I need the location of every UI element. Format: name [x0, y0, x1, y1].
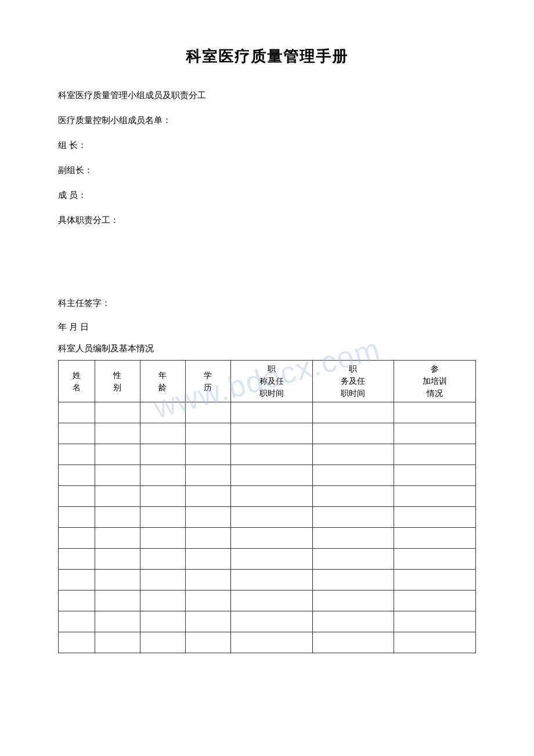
table-row [59, 465, 476, 486]
col-header-duty-time: 职务及任职时间 [312, 361, 394, 402]
signature-section: 科主任签字： 年 月 日 科室人员编制及基本情况 [58, 296, 476, 354]
table-row [59, 549, 476, 570]
table-row [59, 507, 476, 528]
table-row [59, 528, 476, 549]
date-label: 年 月 日 [58, 319, 476, 335]
col-header-title-time: 职称及任职时间 [230, 361, 312, 402]
col-header-education: 学历 [185, 361, 230, 402]
page-title: 科室医疗质量管理手册 [58, 46, 476, 67]
staff-table: 姓名 性别 年龄 学历 职称及任职时间 职务及任职时间 参加培训情况 [58, 360, 476, 653]
col-header-name: 姓名 [59, 361, 95, 402]
col-header-gender: 性别 [95, 361, 140, 402]
table-row [59, 423, 476, 444]
table-row [59, 402, 476, 423]
table-row [59, 632, 476, 653]
line-5: 成 员： [58, 188, 476, 203]
line-3: 组 长： [58, 138, 476, 153]
line-4: 副组长： [58, 163, 476, 178]
line-2: 医疗质量控制小组成员名单： [58, 113, 476, 128]
table-row [59, 611, 476, 632]
blank-space [58, 237, 476, 290]
table-row [59, 444, 476, 465]
col-header-training: 参加培训情况 [394, 361, 476, 402]
document-page: www.bdocx.com 科室医疗质量管理手册 科室医疗质量管理小组成员及职责… [0, 0, 534, 756]
table-title: 科室人员编制及基本情况 [58, 343, 476, 354]
line-1: 科室医疗质量管理小组成员及职责分工 [58, 88, 476, 103]
table-row [59, 591, 476, 611]
table-row [59, 486, 476, 507]
signature-label: 科主任签字： [58, 296, 476, 311]
line-6: 具体职责分工： [58, 213, 476, 228]
table-row [59, 570, 476, 591]
col-header-age: 年龄 [140, 361, 185, 402]
